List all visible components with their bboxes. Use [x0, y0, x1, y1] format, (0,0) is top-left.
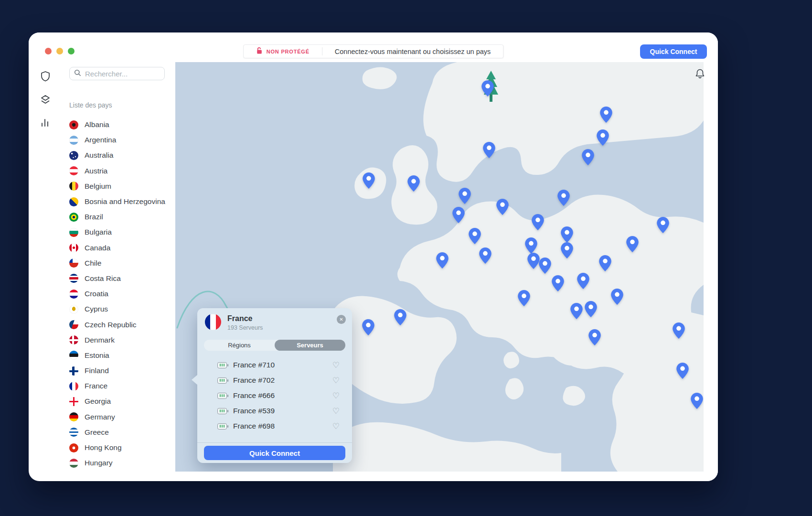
country-row[interactable]: Czech Republic	[69, 317, 165, 332]
stats-icon[interactable]	[40, 117, 51, 128]
map-pin[interactable]	[452, 207, 465, 223]
country-row[interactable]: Chile	[69, 256, 165, 271]
shield-icon[interactable]	[40, 71, 51, 82]
country-row[interactable]: Austria	[69, 163, 165, 179]
server-label: France #710	[233, 361, 332, 369]
country-row[interactable]: Germany	[69, 409, 165, 425]
map-pin[interactable]	[362, 319, 374, 335]
country-row[interactable]: Australia	[69, 148, 165, 163]
favorite-heart-icon[interactable]: ♡	[332, 392, 340, 400]
country-flag-icon	[69, 243, 78, 252]
map-pin[interactable]	[557, 190, 570, 206]
country-row[interactable]: Greece	[69, 425, 165, 440]
server-row[interactable]: France #710 ♡	[197, 357, 352, 373]
popup-quick-connect-button[interactable]: Quick Connect	[204, 446, 345, 460]
map-pin[interactable]	[407, 175, 420, 192]
country-flag-icon	[69, 459, 78, 468]
country-row[interactable]: Hong Kong	[69, 440, 165, 455]
map-pin[interactable]	[496, 199, 509, 215]
search-box[interactable]	[69, 67, 165, 80]
map-pin[interactable]	[577, 273, 589, 289]
map-pin[interactable]	[673, 322, 685, 339]
map-pin[interactable]	[394, 309, 406, 325]
country-row[interactable]: Finland	[69, 363, 165, 378]
country-row[interactable]: Hungary	[69, 455, 165, 471]
favorite-heart-icon[interactable]: ♡	[332, 361, 340, 369]
country-row[interactable]: Estonia	[69, 348, 165, 363]
europe-map[interactable]: France 193 Serveurs ✕ Régions Serveurs F…	[175, 62, 704, 472]
country-sidebar: Liste des pays Albania Argentina Austral…	[62, 62, 175, 481]
map-pin[interactable]	[481, 80, 494, 97]
server-row[interactable]: France #702 ♡	[197, 373, 352, 388]
map-pin[interactable]	[626, 236, 639, 252]
country-row[interactable]: Brazil	[69, 209, 165, 225]
tab-regions[interactable]: Régions	[204, 340, 275, 351]
country-label: Bosnia and Herzegovina	[85, 197, 165, 206]
map-pin[interactable]	[552, 275, 564, 291]
open-lock-icon	[256, 47, 263, 56]
country-row[interactable]: Cyprus	[69, 301, 165, 317]
country-row[interactable]: Bulgaria	[69, 225, 165, 240]
zoom-window-button[interactable]	[68, 48, 75, 54]
country-row[interactable]: Belgium	[69, 179, 165, 194]
map-pin[interactable]	[561, 226, 573, 243]
map-pin[interactable]	[597, 129, 609, 146]
country-label: Austria	[85, 167, 107, 175]
server-icon	[217, 362, 227, 368]
favorite-heart-icon[interactable]: ♡	[332, 407, 340, 415]
tab-servers[interactable]: Serveurs	[275, 340, 345, 351]
map-pin[interactable]	[599, 255, 611, 271]
country-label: Chile	[85, 259, 101, 268]
map-pin[interactable]	[539, 258, 551, 274]
map-pin[interactable]	[570, 303, 583, 319]
server-row[interactable]: France #698 ♡	[197, 419, 352, 434]
map-pin[interactable]	[561, 242, 573, 258]
map-pin[interactable]	[459, 188, 471, 204]
country-flag-icon	[69, 228, 78, 237]
map-pin[interactable]	[436, 252, 449, 269]
map-pin[interactable]	[600, 107, 612, 123]
map-pin[interactable]	[483, 142, 495, 158]
map-pin[interactable]	[469, 228, 481, 244]
search-input[interactable]	[85, 70, 160, 78]
server-row[interactable]: France #539 ♡	[197, 403, 352, 419]
map-pin[interactable]	[363, 172, 375, 189]
server-row[interactable]: France #666 ♡	[197, 388, 352, 403]
map-pin[interactable]	[691, 393, 703, 409]
minimize-window-button[interactable]	[56, 48, 63, 54]
country-label: Georgia	[85, 397, 111, 406]
map-pin[interactable]	[479, 247, 491, 264]
server-row[interactable]: France #589 ♡	[197, 434, 352, 437]
country-row[interactable]: Costa Rica	[69, 271, 165, 286]
popup-footer: Quick Connect	[197, 442, 352, 463]
country-row[interactable]: Denmark	[69, 333, 165, 348]
country-label: Argentina	[85, 136, 116, 144]
layers-icon[interactable]	[40, 94, 51, 105]
map-pin[interactable]	[527, 253, 540, 269]
map-pin[interactable]	[585, 301, 597, 317]
quick-connect-button[interactable]: Quick Connect	[640, 44, 707, 59]
map-pin[interactable]	[657, 217, 669, 233]
map-pin[interactable]	[676, 363, 689, 379]
map-pin[interactable]	[532, 214, 544, 230]
map-pin[interactable]	[582, 149, 594, 165]
country-row[interactable]: Canada	[69, 240, 165, 256]
country-label: Finland	[85, 366, 109, 375]
close-icon[interactable]: ✕	[337, 315, 346, 324]
favorite-heart-icon[interactable]: ♡	[332, 422, 340, 430]
favorite-heart-icon[interactable]: ♡	[332, 376, 340, 385]
server-list: France #710 ♡ France #702 ♡ France #666 …	[197, 357, 352, 437]
notification-bell-icon[interactable]	[694, 68, 705, 79]
country-row[interactable]: France	[69, 378, 165, 394]
map-pin[interactable]	[518, 290, 530, 306]
country-flag-icon	[69, 382, 78, 391]
map-pin[interactable]	[525, 237, 537, 254]
country-row[interactable]: Georgia	[69, 394, 165, 409]
country-row[interactable]: Croatia	[69, 286, 165, 301]
map-pin[interactable]	[588, 329, 601, 345]
country-row[interactable]: Albania	[69, 117, 165, 132]
close-window-button[interactable]	[45, 48, 52, 54]
map-pin[interactable]	[611, 289, 623, 305]
country-row[interactable]: Argentina	[69, 132, 165, 148]
country-row[interactable]: Bosnia and Herzegovina	[69, 194, 165, 209]
